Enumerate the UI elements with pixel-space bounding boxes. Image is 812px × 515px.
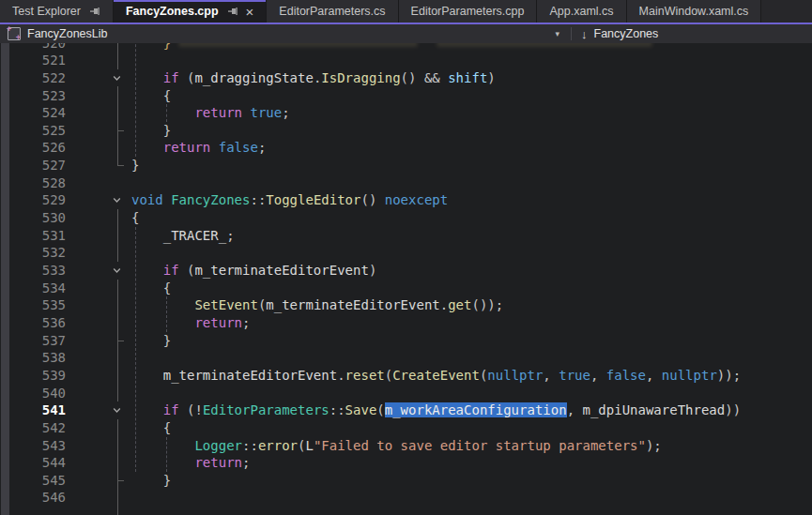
code-line[interactable]: 541 if (!EditorParameters::Save(m_workAr…	[0, 401, 812, 419]
fold-chevron-icon[interactable]	[109, 401, 125, 419]
line-number[interactable]: 522	[0, 69, 66, 87]
code-text: }	[131, 332, 171, 350]
indent-guide	[135, 43, 136, 157]
redacted-blur	[178, 43, 418, 47]
token: return	[194, 105, 242, 120]
code-text: {	[131, 87, 171, 105]
line-number[interactable]: 526	[0, 139, 66, 157]
token: "Failed to save editor startup parameter…	[314, 438, 646, 453]
fold-chevron-icon[interactable]	[109, 191, 125, 209]
code-line[interactable]: 544 return;	[0, 454, 812, 472]
fold-outline	[117, 43, 118, 165]
indent-guide	[166, 437, 167, 472]
project-dropdown[interactable]: + + FancyZonesLib ▾	[0, 24, 571, 43]
token: m_terminateEditorEvent	[266, 297, 439, 312]
code-line[interactable]: 540	[0, 385, 812, 402]
line-number[interactable]: 528	[0, 174, 66, 192]
navigation-bar: + + FancyZonesLib ▾ ↓ FancyZones	[0, 24, 812, 43]
tab-editorparameters-cpp[interactable]: EditorParameters.cpp	[399, 0, 538, 23]
fold-outline-tick	[117, 165, 124, 166]
pin-icon[interactable]	[227, 6, 238, 17]
line-number[interactable]: 532	[0, 244, 66, 262]
fold-chevron-icon[interactable]	[109, 69, 125, 87]
code-line[interactable]: 523 {	[0, 87, 812, 105]
token: true	[250, 105, 282, 120]
plus-glyph: +	[7, 25, 11, 34]
token: ::	[329, 402, 345, 417]
line-number[interactable]: 541	[0, 401, 66, 419]
line-number[interactable]: 545	[0, 472, 66, 490]
close-icon[interactable]: ×	[246, 5, 254, 19]
tab-label: MainWindow.xaml.cs	[639, 5, 749, 18]
line-number[interactable]: 544	[0, 454, 66, 472]
line-number[interactable]: 531	[0, 227, 66, 245]
line-number[interactable]: 535	[0, 296, 66, 314]
tab-app-xaml-cs[interactable]: App.xaml.cs	[537, 0, 626, 23]
token	[131, 315, 194, 330]
project-name: FancyZonesLib	[27, 27, 107, 40]
line-number[interactable]: 533	[0, 262, 66, 280]
line-number[interactable]: 538	[0, 349, 66, 367]
line-number[interactable]: 527	[0, 157, 66, 174]
redacted-blur	[437, 43, 652, 47]
line-number[interactable]: 546	[0, 489, 66, 507]
token: ::	[250, 192, 266, 207]
code-line[interactable]: 534 {	[0, 280, 812, 297]
code-line[interactable]: 531 _TRACER_;	[0, 227, 812, 245]
line-number[interactable]: 539	[0, 367, 66, 385]
token: if	[163, 263, 179, 278]
code-line[interactable]: 522 if (m_draggingState.IsDragging() && …	[0, 69, 812, 87]
line-number[interactable]: 524	[0, 104, 66, 122]
code-line[interactable]: 535 SetEvent(m_terminateEditorEvent.get(…	[0, 296, 812, 314]
member-dropdown[interactable]: ↓ FancyZones	[572, 24, 812, 43]
code-line[interactable]: 538	[0, 349, 812, 367]
token: Save	[345, 402, 377, 417]
code-line[interactable]: 526 return false;	[0, 139, 812, 157]
code-line[interactable]: 521	[0, 52, 812, 69]
code-text: return false;	[131, 139, 266, 157]
chevron-down-icon[interactable]: ▾	[555, 29, 559, 38]
tab-label: Test Explorer	[12, 5, 81, 18]
code-line[interactable]: 539 m_terminateEditorEvent.reset(CreateE…	[0, 367, 812, 385]
line-number[interactable]: 540	[0, 385, 66, 402]
code-line[interactable]: 533 if (m_terminateEditorEvent)	[0, 262, 812, 280]
code-text: {	[131, 419, 171, 437]
line-number[interactable]: 543	[0, 437, 66, 455]
tab-editorparameters-cs[interactable]: EditorParameters.cs	[267, 0, 398, 23]
code-line[interactable]: 542 {	[0, 419, 812, 437]
token: .	[440, 297, 448, 312]
code-editor[interactable]: 520 }521522 if (m_draggingState.IsDraggi…	[0, 43, 812, 515]
token: ,	[646, 368, 662, 383]
line-number[interactable]: 525	[0, 122, 66, 140]
line-number[interactable]: 529	[0, 191, 66, 209]
line-number[interactable]: 520	[0, 43, 66, 52]
token: L	[305, 438, 313, 453]
line-number[interactable]: 536	[0, 314, 66, 332]
token: ,	[543, 368, 559, 383]
code-line[interactable]: 532	[0, 244, 812, 262]
token: (!	[179, 402, 203, 417]
pin-icon[interactable]	[89, 6, 100, 17]
tab-fancyzones-cpp[interactable]: FancyZones.cpp×	[114, 0, 267, 23]
line-number[interactable]: 523	[0, 87, 66, 105]
token: ());	[471, 297, 503, 312]
code-line[interactable]: 546	[0, 489, 812, 507]
line-number[interactable]: 530	[0, 209, 66, 227]
tab-test-explorer[interactable]: Test Explorer	[0, 0, 114, 23]
token	[210, 140, 218, 155]
code-line[interactable]: 529void FancyZones::ToggleEditor() noexc…	[0, 191, 812, 209]
fold-chevron-icon[interactable]	[109, 262, 125, 280]
line-number[interactable]: 537	[0, 332, 66, 350]
line-number[interactable]: 542	[0, 419, 66, 437]
tab-mainwindow-xaml-cs[interactable]: MainWindow.xaml.cs	[627, 0, 762, 23]
line-number[interactable]: 534	[0, 280, 66, 297]
token	[131, 228, 163, 243]
line-number[interactable]: 521	[0, 52, 66, 69]
code-line[interactable]: 524 return true;	[0, 104, 812, 122]
fold-outline-tick	[117, 480, 124, 481]
code-line[interactable]: 528	[0, 174, 812, 192]
code-line[interactable]: 530{	[0, 209, 812, 227]
code-line[interactable]: 536 return;	[0, 314, 812, 332]
tab-label: EditorParameters.cpp	[411, 5, 525, 18]
code-line[interactable]: 543 Logger::error(L"Failed to save edito…	[0, 437, 812, 455]
